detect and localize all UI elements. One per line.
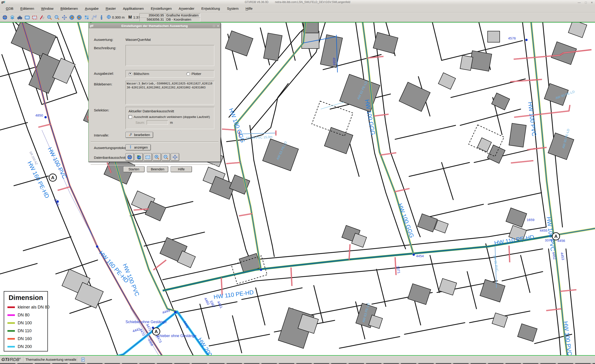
parcel-line xyxy=(460,109,521,125)
minimize-button[interactable]: — xyxy=(578,1,581,4)
hilfe-button[interactable]: Hilfe xyxy=(170,166,192,172)
beenden-button[interactable]: Beenden xyxy=(147,166,168,172)
maximize-button[interactable]: □ xyxy=(585,1,587,4)
starten-button[interactable]: Starten xyxy=(123,166,145,172)
building xyxy=(469,51,492,71)
menu-item-system[interactable]: System xyxy=(223,6,242,11)
dialog-close-button[interactable]: × xyxy=(217,24,219,28)
node-number-label: 3368 xyxy=(147,338,154,347)
redline-icon[interactable] xyxy=(39,14,45,21)
selektion-label: Selektion: xyxy=(94,108,109,112)
radio-plotter[interactable]: Plotter xyxy=(186,72,201,76)
node-number-label: 3373 xyxy=(545,238,552,242)
node-number-label: 1659 xyxy=(527,218,534,222)
saum-input[interactable] xyxy=(147,120,168,125)
parcel-line xyxy=(432,22,442,60)
legend-item: DN 110 xyxy=(7,329,47,333)
legend-item: DN 100 xyxy=(7,321,47,325)
building xyxy=(480,280,505,302)
building xyxy=(506,208,527,227)
menu-item-einstellungen[interactable]: Einstellungen xyxy=(147,6,175,11)
service-label: SR 85 PVC xyxy=(493,255,499,272)
close-button[interactable]: × xyxy=(591,1,593,4)
legend-color-swatch xyxy=(7,322,15,324)
point-marker-letter: A xyxy=(51,175,54,180)
radio-bildschirm-dot[interactable] xyxy=(128,72,132,76)
building xyxy=(517,324,537,342)
status-bar: GTI/RDB® Thematische Auswertung verwalte… xyxy=(0,356,595,363)
db-zoom-in-button[interactable] xyxy=(153,153,161,161)
scale-m-icon: M xyxy=(128,15,132,20)
dialog-restore-button[interactable]: □ xyxy=(213,24,215,28)
beschreibung-textarea[interactable] xyxy=(126,45,214,66)
nav-back-icon[interactable] xyxy=(69,14,75,21)
menu-item-gdb[interactable]: GDB xyxy=(2,6,17,11)
db-select-rect-dashed-blue-button[interactable] xyxy=(144,153,152,161)
house-connection-core xyxy=(374,114,389,116)
building xyxy=(408,284,431,305)
menu-item-anwender[interactable]: Anwender xyxy=(175,6,198,11)
nav-forward-icon[interactable] xyxy=(76,14,82,21)
pan-icon[interactable] xyxy=(61,14,67,21)
protokoll-label: Auswertungsprotokoll: xyxy=(94,146,128,150)
map-viewport[interactable]: HW 100 PVCHW 160 PE-HDHW 160 PE-HDHW 100… xyxy=(0,22,595,356)
document-icon[interactable] xyxy=(80,357,86,363)
center-target-icon[interactable] xyxy=(106,15,111,20)
building-annex xyxy=(492,313,508,328)
legend-item-label: DN 160 xyxy=(18,336,32,341)
building xyxy=(548,133,574,160)
shrink-checkbox[interactable] xyxy=(128,115,132,119)
pipe-node xyxy=(96,245,98,248)
saum-label: Saum: xyxy=(135,121,145,124)
select-rect-dashed-icon[interactable] xyxy=(32,14,38,21)
building xyxy=(492,93,510,110)
radio-plotter-dot[interactable] xyxy=(186,72,190,76)
select-rect-icon[interactable] xyxy=(24,14,30,21)
zoom-out-icon[interactable] xyxy=(54,14,60,21)
legend-item: kleiner als DN 80 xyxy=(7,305,47,310)
anzeigen-button[interactable]: anzeigen xyxy=(126,144,151,151)
intervalle-label: Intervalle: xyxy=(94,133,109,137)
legend-color-swatch xyxy=(7,338,15,340)
building xyxy=(324,127,353,154)
point-marker-letter: A xyxy=(554,234,558,239)
menu-item-editieren[interactable]: Editieren xyxy=(17,6,38,11)
selektion-mode: Aktueller Datenbankausschnitt xyxy=(128,109,214,113)
building-annex xyxy=(488,31,500,42)
binoculars-icon[interactable] xyxy=(17,14,23,21)
legend-item-label: DN 80 xyxy=(18,313,29,318)
parcel-line xyxy=(349,139,359,176)
zoom-in-icon[interactable] xyxy=(46,14,53,21)
dialog-titlebar[interactable]: gti Einstellungen der thematischen Auswe… xyxy=(89,23,220,28)
menu-item-entwicklung[interactable]: Entwicklung xyxy=(198,6,223,11)
water-pipe-casing xyxy=(531,22,568,356)
menu-item-window[interactable]: Window xyxy=(38,6,57,11)
menu-item-hilfe[interactable]: Hilfe xyxy=(242,6,256,11)
legend-item: DN 80 xyxy=(7,313,47,318)
parcel-line xyxy=(430,255,439,293)
map-border-top xyxy=(0,22,595,22)
radio-bildschirm[interactable]: Bildschirm xyxy=(128,72,149,76)
db-pan-button[interactable] xyxy=(171,153,179,161)
pipe-label: HW 200 xyxy=(197,336,214,356)
parcel-line xyxy=(488,193,542,204)
globe-icon[interactable] xyxy=(2,14,8,21)
building-annex xyxy=(460,55,473,70)
db-globe-refresh-button[interactable] xyxy=(135,153,143,161)
parcel-line xyxy=(356,22,406,249)
tiles-icon[interactable] xyxy=(84,14,90,21)
db-globe-button[interactable] xyxy=(126,153,134,161)
snap-distance: 0.300 m xyxy=(106,15,125,20)
db-zoom-out-button[interactable] xyxy=(162,153,170,161)
info-icon[interactable] xyxy=(99,14,105,21)
building xyxy=(509,123,526,147)
menu-item-applikationen[interactable]: Applikationen xyxy=(120,6,147,11)
menu-item-raster[interactable]: Raster xyxy=(102,6,119,11)
shrink-checkbox-row[interactable]: Ausschnitt automatisch verkleinern (dopp… xyxy=(128,115,214,119)
menu-item-bildebenen[interactable]: Bildebenen xyxy=(57,6,81,11)
menu-item-ausgabe[interactable]: Ausgabe xyxy=(81,6,102,11)
layers-icon[interactable] xyxy=(9,14,15,21)
topology-icon[interactable] xyxy=(91,14,97,21)
bildebenen-value[interactable]: Wasser:3_Betrieb,-55000021,62011025-6201… xyxy=(126,81,214,104)
bearbeiten-button[interactable]: bearbeiten xyxy=(126,132,153,138)
